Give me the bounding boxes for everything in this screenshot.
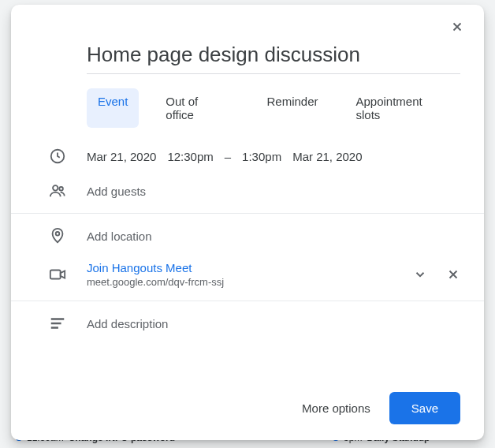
svg-point-3 bbox=[56, 232, 60, 236]
tab-out-of-office[interactable]: Out of office bbox=[154, 88, 240, 128]
description-placeholder: Add description bbox=[87, 317, 460, 330]
end-time[interactable]: 1:30pm bbox=[242, 150, 281, 163]
meet-info[interactable]: Join Hangouts Meet meet.google.com/dqv-f… bbox=[87, 261, 413, 288]
time-row: Mar 21, 2020 12:30pm – 1:30pm Mar 21, 20… bbox=[11, 139, 484, 174]
meet-url: meet.google.com/dqv-frcm-ssj bbox=[87, 276, 413, 288]
location-row[interactable]: Add location bbox=[11, 218, 484, 253]
location-placeholder: Add location bbox=[87, 230, 460, 243]
event-title-input[interactable] bbox=[87, 38, 460, 74]
title-row bbox=[11, 38, 484, 74]
close-icon bbox=[450, 20, 464, 34]
guests-row[interactable]: Add guests bbox=[11, 174, 484, 208]
dialog-footer: More options Save bbox=[11, 379, 484, 440]
chevron-down-icon bbox=[413, 267, 427, 282]
description-row[interactable]: Add description bbox=[11, 306, 484, 341]
meet-join-link[interactable]: Join Hangouts Meet bbox=[87, 261, 413, 274]
description-icon bbox=[49, 315, 87, 332]
video-icon bbox=[49, 266, 87, 283]
tab-appointment-slots[interactable]: Appointment slots bbox=[345, 88, 461, 128]
divider bbox=[11, 213, 484, 214]
dialog-header bbox=[11, 5, 484, 38]
tab-event[interactable]: Event bbox=[87, 88, 139, 128]
tab-reminder[interactable]: Reminder bbox=[255, 88, 329, 128]
clock-icon bbox=[49, 147, 87, 165]
video-conference-row: Join Hangouts Meet meet.google.com/dqv-f… bbox=[11, 253, 484, 296]
meet-remove-button[interactable] bbox=[446, 267, 460, 282]
close-icon bbox=[446, 267, 460, 282]
more-options-button[interactable]: More options bbox=[302, 401, 370, 415]
location-icon bbox=[49, 227, 87, 245]
people-icon bbox=[49, 182, 87, 200]
close-button[interactable] bbox=[446, 16, 468, 38]
start-date[interactable]: Mar 21, 2020 bbox=[87, 150, 156, 163]
svg-point-1 bbox=[53, 185, 58, 190]
svg-point-2 bbox=[59, 187, 63, 191]
svg-rect-4 bbox=[50, 271, 61, 279]
time-dash: – bbox=[225, 150, 231, 163]
start-time[interactable]: 12:30pm bbox=[167, 150, 213, 163]
guests-placeholder: Add guests bbox=[87, 185, 460, 198]
save-button[interactable]: Save bbox=[389, 392, 460, 424]
end-date[interactable]: Mar 21, 2020 bbox=[292, 150, 362, 163]
divider bbox=[11, 301, 484, 301]
event-type-tabs: Event Out of office Reminder Appointment… bbox=[11, 74, 484, 139]
event-dialog: Event Out of office Reminder Appointment… bbox=[11, 5, 484, 440]
meet-expand-button[interactable] bbox=[413, 267, 427, 282]
